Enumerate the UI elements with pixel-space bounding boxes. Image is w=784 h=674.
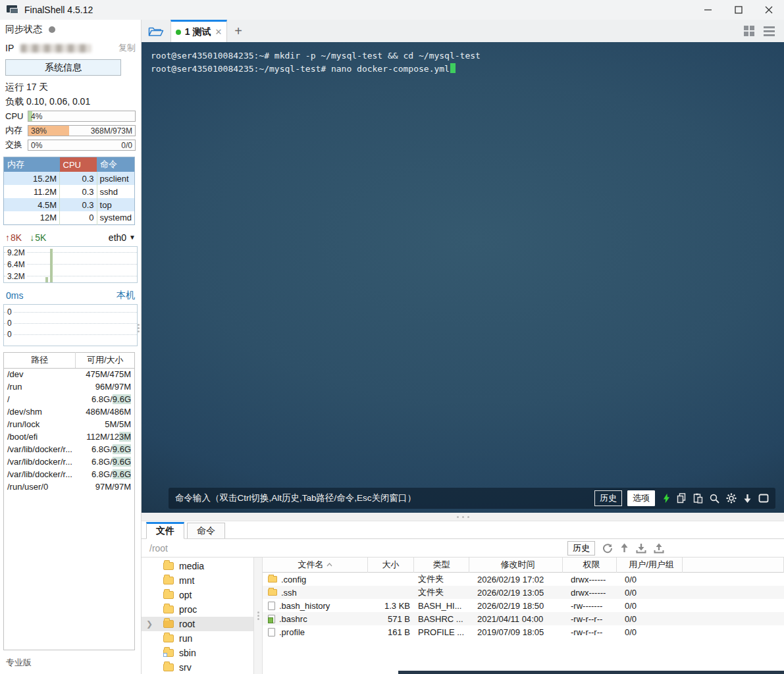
close-button[interactable] (754, 0, 784, 20)
sync-status-icon (49, 26, 55, 33)
tree-item-root-selected[interactable]: ❯root (142, 617, 253, 631)
folder-icon (268, 576, 277, 583)
tree-item-mnt[interactable]: mnt (142, 573, 253, 588)
ip-label: IP (5, 43, 14, 53)
terminal-view[interactable]: root@ser435010084235:~# mkdir -p ~/mysql… (142, 42, 784, 513)
search-icon[interactable] (710, 494, 719, 504)
command-input-bar[interactable]: 命令输入（双击Ctrl切换,Alt历史,Tab路径/命令,Esc关闭窗口） 历史… (169, 488, 775, 509)
tree-item-opt[interactable]: opt (142, 588, 253, 602)
tree-item-sbin[interactable]: sbin (142, 646, 253, 660)
disk-col-size[interactable]: 可用/大小 (76, 352, 135, 368)
disk-table: 路径 可用/大小 /dev475M/475M /run96M/97M /6.8G… (3, 352, 135, 650)
process-col-command[interactable]: 命令 (97, 157, 134, 172)
ping-host[interactable]: 本机 (117, 290, 135, 301)
col-mtime[interactable]: 修改时间 (469, 557, 563, 573)
file-row-profile[interactable]: .profile 161 B PROFILE ... 2019/07/09 18… (263, 625, 784, 638)
disk-row[interactable]: /run96M/97M (4, 380, 135, 393)
copy-ip-button[interactable]: 复制 (118, 42, 136, 54)
tree-item-proc[interactable]: proc (142, 602, 253, 617)
copy-icon[interactable] (677, 493, 687, 504)
tree-item-media[interactable]: media (142, 559, 253, 573)
process-row[interactable]: 15.2M0.3psclient (4, 172, 135, 185)
process-col-cpu[interactable]: CPU (60, 157, 97, 172)
file-row-bashrc[interactable]: .bashrc 571 B BASHRC ... 2021/04/11 04:0… (263, 612, 784, 625)
history-button[interactable]: 历史 (594, 490, 622, 506)
network-chart: 9.2M 6.4M 3.2M (3, 246, 138, 283)
options-button[interactable]: 选项 (627, 490, 655, 506)
open-connections-button[interactable] (142, 20, 170, 42)
disk-row[interactable]: /var/lib/docker/r...6.8G/9.6G (4, 468, 135, 480)
paste-icon[interactable] (693, 493, 703, 504)
file-row-bash-history[interactable]: .bash_history 1.3 KB BASH_HI... 2026/02/… (263, 599, 784, 612)
interface-selector[interactable]: eth0 (109, 232, 126, 243)
disk-row[interactable]: /dev475M/475M (4, 368, 135, 380)
disk-col-path[interactable]: 路径 (4, 352, 76, 368)
file-row-ssh[interactable]: .ssh 文件夹 2026/02/19 13:05 drwx------ 0/0 (263, 586, 784, 599)
new-tab-button[interactable]: + (227, 20, 249, 42)
folder-icon (163, 606, 174, 613)
disk-row[interactable]: /var/lib/docker/r...6.8G/9.6G (4, 455, 135, 468)
col-type[interactable]: 类型 (414, 557, 469, 573)
tab-files[interactable]: 文件 (146, 522, 184, 539)
disk-row[interactable]: /dev/shm486M/486M (4, 405, 135, 418)
window-mode-icon[interactable] (758, 494, 769, 503)
uptime-text: 运行 17 天 (5, 82, 48, 93)
monitor-sidebar: 同步状态 IP 复制 系统信息 运行 17 天 负载 0.10, 0.06, 0… (0, 20, 142, 674)
tree-table-splitter-handle[interactable] (253, 557, 263, 674)
command-input-hint: 命令输入（双击Ctrl切换,Alt历史,Tab路径/命令,Esc关闭窗口） (175, 492, 594, 504)
disk-row[interactable]: /6.8G/9.6G (4, 393, 135, 405)
connected-status-icon (176, 30, 181, 35)
process-row[interactable]: 4.5M0.3top (4, 198, 135, 211)
system-info-button[interactable]: 系统信息 (5, 59, 121, 76)
path-history-button[interactable]: 历史 (567, 541, 595, 556)
col-owner[interactable]: 用户/用户组 (617, 557, 683, 573)
folder-icon (163, 591, 174, 599)
col-size[interactable]: 大小 (368, 557, 414, 573)
col-perm[interactable]: 权限 (563, 557, 617, 573)
gear-icon[interactable] (726, 493, 737, 504)
open-folder-icon (163, 620, 174, 628)
tree-item-srv[interactable]: srv (142, 660, 253, 674)
process-row[interactable]: 12M0systemd (4, 211, 135, 224)
folder-icon (163, 577, 174, 584)
minimize-button[interactable] (693, 0, 723, 20)
menu-icon[interactable] (764, 24, 775, 38)
disk-row[interactable]: /run/lock5M/5M (4, 418, 135, 430)
tab-session-1[interactable]: 1 测试 ✕ (170, 20, 227, 42)
process-row[interactable]: 11.2M0.3sshd (4, 185, 135, 198)
traffic-spike (50, 249, 53, 282)
folder-icon (163, 562, 174, 570)
cpu-meter: CPU 4% (0, 109, 141, 123)
disk-row[interactable]: /boot/efi112M/123M (4, 430, 135, 443)
script-file-icon (268, 615, 275, 623)
process-col-memory[interactable]: 内存 (4, 157, 60, 172)
chevron-down-icon[interactable]: ▼ (129, 234, 136, 241)
maximize-button[interactable] (723, 0, 754, 20)
disk-row[interactable]: /var/lib/docker/r...6.8G/9.6G (4, 443, 135, 455)
file-table: 文件名 大小 类型 修改时间 权限 用户/用户组 .config 文件夹 202… (263, 557, 784, 674)
ip-value-redacted (20, 44, 91, 53)
memory-meter: 内存 38% 368M/973M (0, 123, 141, 138)
tree-item-run[interactable]: run (142, 631, 253, 646)
col-filename[interactable]: 文件名 (263, 557, 368, 573)
upload-icon[interactable] (654, 543, 664, 554)
file-row-config[interactable]: .config 文件夹 2026/02/19 17:02 drwx------ … (263, 573, 784, 586)
quick-command-icon[interactable] (663, 493, 670, 504)
folder-icon (163, 635, 174, 642)
window-title: FinalShell 4.5.12 (24, 5, 93, 15)
parent-directory-icon[interactable] (620, 543, 629, 554)
scroll-down-icon[interactable] (743, 494, 752, 504)
path-input[interactable]: /root (149, 543, 168, 554)
layout-grid-icon[interactable] (744, 26, 754, 36)
chevron-right-icon[interactable]: ❯ (146, 619, 153, 629)
file-table-header: 文件名 大小 类型 修改时间 权限 用户/用户组 (263, 557, 784, 573)
tab-commands[interactable]: 命令 (187, 523, 225, 538)
close-tab-icon[interactable]: ✕ (215, 27, 222, 37)
panel-splitter-handle[interactable] (142, 513, 784, 521)
sidebar-splitter-handle[interactable] (137, 323, 140, 334)
file-path-bar: /root 历史 (142, 539, 784, 557)
bottom-panel-tabs: 文件 命令 (142, 521, 784, 539)
refresh-icon[interactable] (602, 543, 613, 554)
download-icon[interactable] (636, 543, 646, 554)
disk-row[interactable]: /run/user/097M/97M (4, 480, 135, 493)
